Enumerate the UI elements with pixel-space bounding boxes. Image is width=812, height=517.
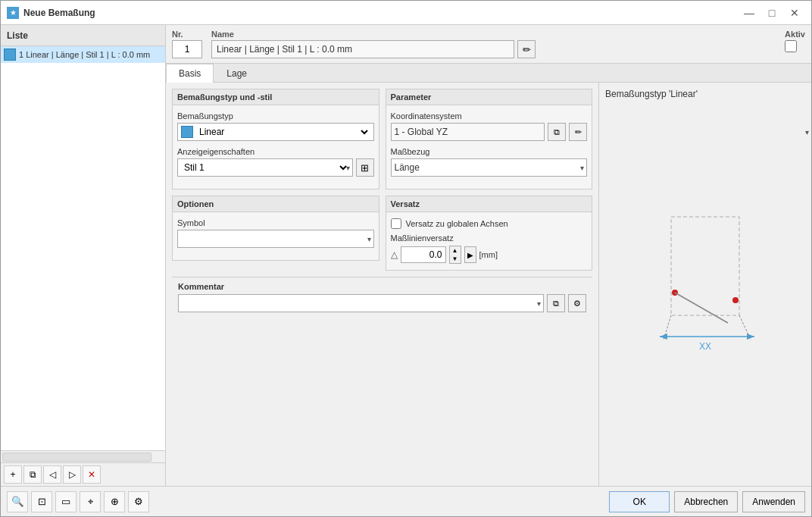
abbrechen-button[interactable]: Abbrechen: [674, 491, 738, 512]
koordinatensystem-copy-button[interactable]: ⧉: [548, 123, 566, 141]
name-row: ✏: [211, 40, 536, 58]
name-input[interactable]: [211, 40, 514, 58]
versatz-content: Versatz zu globalen Achsen Maßlinienvers…: [386, 212, 592, 270]
list-item-label: 1 Linear | Länge | Stil 1 | L : 0.0 mm: [19, 50, 150, 59]
list-header: Liste: [1, 25, 165, 46]
tab-lage[interactable]: Lage: [214, 64, 260, 83]
symbol-select[interactable]: Symbol 1: [177, 230, 374, 248]
bemassungstyp-section: Bemaßungstyp und -stil Bemaßungstyp Line…: [172, 89, 379, 190]
anzeige-edit-button[interactable]: ⊞: [356, 158, 374, 177]
optionen-section-title: Optionen: [173, 196, 379, 212]
content-area: Bemaßungstyp und -stil Bemaßungstyp Line…: [166, 83, 811, 486]
versatz-checkbox-label: Versatz zu globalen Achsen: [406, 219, 508, 228]
window-title: Neue Bemaßung: [23, 8, 734, 18]
kommentar-label: Kommentar: [178, 282, 586, 291]
measure-tool-button[interactable]: ⊡: [31, 491, 52, 512]
window-controls: — □ ✕: [739, 4, 805, 22]
koordinatensystem-row: ⧉ ✏: [391, 123, 588, 141]
bemassungstyp-icon: [181, 126, 193, 138]
svg-line-8: [739, 315, 751, 340]
nr-input[interactable]: [172, 40, 202, 58]
new-item-button[interactable]: +: [4, 465, 22, 484]
symbol-field: Symbol Symbol 1 ▾: [177, 218, 374, 248]
copy-item-button[interactable]: ⧉: [23, 465, 42, 484]
versatz-spinbox: ▲ ▼: [449, 246, 461, 264]
bemassungstyp-content: Bemaßungstyp Linear Radial Winkel: [173, 105, 379, 189]
symbol-select-wrapper: Symbol 1 ▾: [177, 230, 374, 248]
search-tool-button[interactable]: 🔍: [7, 491, 28, 512]
name-edit-button[interactable]: ✏: [517, 40, 536, 58]
select-tool-button[interactable]: ▭: [55, 491, 77, 512]
versatz-value-input[interactable]: [401, 246, 446, 263]
list-toolbar: + ⧉ ◁ ▷ ✕: [1, 462, 165, 486]
kommentar-select[interactable]: [178, 294, 544, 312]
koordinatensystem-input[interactable]: [391, 123, 545, 141]
koordinatensystem-edit-button[interactable]: ✏: [569, 123, 587, 141]
massbezug-select[interactable]: Länge Breite Höhe: [391, 158, 588, 177]
preview-canvas: XX: [605, 105, 805, 480]
horizontal-scrollbar[interactable]: [1, 450, 165, 462]
versatz-checkbox-row: Versatz zu globalen Achsen: [391, 218, 588, 229]
preview-panel: Bemaßungstyp 'Linear': [599, 83, 811, 486]
move-down-button[interactable]: ▷: [63, 465, 81, 484]
parameter-content: Koordinatensystem ⧉ ✏ Maßbezug: [386, 105, 592, 189]
transform-tool-button[interactable]: ⌖: [80, 491, 101, 512]
anzeige-row: Stil 1 Stil 2 ▾ ⊞: [177, 158, 374, 177]
settings-tool-button[interactable]: ⚙: [128, 491, 149, 512]
move-up-button[interactable]: ◁: [43, 465, 61, 484]
versatz-section-title: Versatz: [386, 196, 592, 212]
titlebar: ★ Neue Bemaßung — □ ✕: [1, 1, 811, 25]
versatz-increment-button[interactable]: ▲: [450, 246, 461, 255]
anzeige-field: Anzeigeigenschaften Stil 1 Stil 2: [177, 147, 374, 177]
massbezug-field: Maßbezug Länge Breite Höhe ▾: [391, 147, 588, 177]
parameter-section-title: Parameter: [386, 89, 592, 105]
aktiv-checkbox[interactable]: [785, 40, 797, 52]
left-column: Bemaßungstyp und -stil Bemaßungstyp Line…: [172, 89, 379, 277]
close-button[interactable]: ✕: [784, 4, 805, 22]
anzeige-select-wrapper-inner: Stil 1 Stil 2 ▾: [177, 158, 353, 177]
optionen-section: Optionen Symbol Symbol 1: [172, 196, 379, 261]
maslinienversatz-label: Maßlinienversatz: [391, 233, 588, 243]
parameter-section: Parameter Koordinatensystem ⧉ ✏: [386, 89, 593, 190]
koordinatensystem-field: Koordinatensystem ⧉ ✏: [391, 111, 588, 141]
anzeige-select[interactable]: Stil 1 Stil 2: [181, 161, 349, 174]
name-field: Name ✏: [211, 30, 536, 58]
kommentar-select-wrapper: ▾: [178, 294, 544, 312]
versatz-decrement-button[interactable]: ▼: [450, 255, 461, 263]
tab-bar: Basis Lage: [166, 64, 811, 83]
kommentar-settings-button[interactable]: ⚙: [568, 294, 586, 312]
anzeige-label: Anzeigeigenschaften: [177, 147, 374, 156]
snap-tool-button[interactable]: ⊕: [104, 491, 125, 512]
anzeige-select-container: Stil 1 Stil 2 ▾: [177, 158, 353, 177]
delete-item-button[interactable]: ✕: [83, 465, 101, 484]
koordinatensystem-label: Koordinatensystem: [391, 111, 588, 121]
versatz-arrow-button[interactable]: ▶: [464, 246, 476, 263]
main-window: ★ Neue Bemaßung — □ ✕ Liste 1 Linear | L…: [0, 0, 812, 517]
preview-title: Bemaßungstyp 'Linear': [605, 89, 805, 99]
name-label: Name: [211, 30, 536, 39]
maximize-button[interactable]: □: [761, 4, 782, 22]
kommentar-copy-button[interactable]: ⧉: [547, 294, 565, 312]
maslinienversatz-row: △ ▲ ▼ ▶ [mm]: [391, 246, 588, 264]
tab-basis[interactable]: Basis: [166, 64, 214, 83]
left-panel: Liste 1 Linear | Länge | Stil 1 | L : 0.…: [1, 25, 166, 486]
item-header: Nr. Name ✏ Aktiv: [166, 25, 811, 64]
massbezug-select-wrapper: Länge Breite Höhe ▾: [391, 158, 588, 177]
list-item[interactable]: 1 Linear | Länge | Stil 1 | L : 0.0 mm: [1, 46, 165, 63]
svg-line-3: [675, 293, 728, 323]
ok-button[interactable]: OK: [609, 491, 670, 512]
list-container: 1 Linear | Länge | Stil 1 | L : 0.0 mm: [1, 46, 165, 450]
delta-icon: △: [391, 249, 398, 260]
bemassungstyp-select[interactable]: Linear Radial Winkel: [196, 126, 370, 138]
bemassungstyp-field: Bemaßungstyp Linear Radial Winkel: [177, 111, 374, 141]
minimize-button[interactable]: —: [739, 4, 760, 22]
tool-buttons: 🔍 ⊡ ▭ ⌖ ⊕ ⚙: [7, 491, 609, 512]
kommentar-section: Kommentar ▾ ⧉ ⚙: [172, 277, 592, 317]
anwenden-button[interactable]: Anwenden: [742, 491, 805, 512]
scrollbar-track: [2, 453, 151, 462]
dialog-buttons: OK Abbrechen Anwenden: [609, 491, 805, 512]
list-item-icon: [4, 49, 16, 61]
versatz-unit: [mm]: [479, 250, 498, 259]
versatz-checkbox[interactable]: [391, 218, 401, 229]
bottom-toolbar: 🔍 ⊡ ▭ ⌖ ⊕ ⚙ OK Abbrechen Anwenden: [1, 486, 811, 516]
